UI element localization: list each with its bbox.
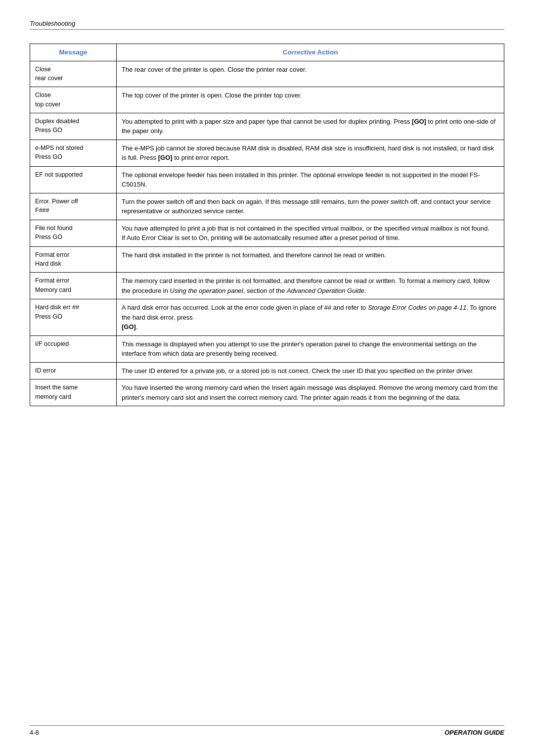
- col-action-header: Corrective Action: [117, 44, 504, 61]
- troubleshooting-table: Message Corrective Action Closerear cove…: [30, 44, 504, 406]
- action-cell: A hard disk error has occurred. Look at …: [117, 299, 504, 336]
- message-cell: Error. Power offF###: [30, 193, 117, 220]
- table-row: Duplex disabledPress GOYou attempted to …: [30, 113, 504, 140]
- message-cell: Hard disk err ##Press GO: [30, 299, 117, 336]
- table-row: Hard disk err ##Press GOA hard disk erro…: [30, 299, 504, 336]
- action-cell: The top cover of the printer is open. Cl…: [117, 87, 504, 113]
- action-cell: This message is displayed when you attem…: [117, 335, 504, 362]
- col-message-header: Message: [30, 44, 117, 61]
- table-row: Error. Power offF###Turn the power switc…: [30, 193, 504, 220]
- message-cell: I/F occupied: [30, 335, 117, 362]
- action-cell: The hard disk installed in the printer i…: [117, 246, 504, 273]
- action-cell: You attempted to print with a paper size…: [117, 113, 504, 140]
- message-cell: Closerear cover: [30, 61, 117, 87]
- table-row: e-MPS not storedPress GOThe e-MPS job ca…: [30, 140, 504, 166]
- message-cell: File not foundPress GO: [30, 220, 117, 246]
- footer-guide-title: OPERATION GUIDE: [445, 729, 504, 736]
- message-cell: Insert the samememory card: [30, 379, 117, 406]
- action-cell: The memory card inserted in the printer …: [117, 273, 504, 299]
- page-header: Troubleshooting: [30, 20, 504, 30]
- message-cell: Format errorHard disk: [30, 246, 117, 273]
- action-cell: The user ID entered for a private job, o…: [117, 362, 504, 379]
- table-row: ID errorThe user ID entered for a privat…: [30, 362, 504, 379]
- table-row: Format errorHard diskThe hard disk insta…: [30, 246, 504, 273]
- message-cell: Duplex disabledPress GO: [30, 113, 117, 140]
- table-row: EF not supportedThe optional envelope fe…: [30, 166, 504, 193]
- header-title: Troubleshooting: [30, 20, 75, 27]
- table-row: Insert the samememory cardYou have inser…: [30, 379, 504, 406]
- message-cell: Format errorMemory card: [30, 273, 117, 299]
- footer-page-number: 4-8: [30, 729, 39, 736]
- table-row: Format errorMemory cardThe memory card i…: [30, 273, 504, 299]
- message-cell: ID error: [30, 362, 117, 379]
- page: Troubleshooting Message Corrective Actio…: [0, 0, 534, 756]
- action-cell: The rear cover of the printer is open. C…: [117, 61, 504, 87]
- message-cell: e-MPS not storedPress GO: [30, 140, 117, 166]
- action-cell: You have inserted the wrong memory card …: [117, 379, 504, 406]
- message-cell: Closetop cover: [30, 87, 117, 113]
- table-row: Closetop coverThe top cover of the print…: [30, 87, 504, 113]
- action-cell: The optional envelope feeder has been in…: [117, 166, 504, 193]
- table-row: I/F occupiedThis message is displayed wh…: [30, 335, 504, 362]
- action-cell: Turn the power switch off and then back …: [117, 193, 504, 220]
- action-cell: You have attempted to print a job that i…: [117, 220, 504, 246]
- table-row: Closerear coverThe rear cover of the pri…: [30, 61, 504, 87]
- table-row: File not foundPress GOYou have attempted…: [30, 220, 504, 246]
- message-cell: EF not supported: [30, 166, 117, 193]
- action-cell: The e-MPS job cannot be stored because R…: [117, 140, 504, 166]
- page-footer: 4-8 OPERATION GUIDE: [30, 725, 504, 736]
